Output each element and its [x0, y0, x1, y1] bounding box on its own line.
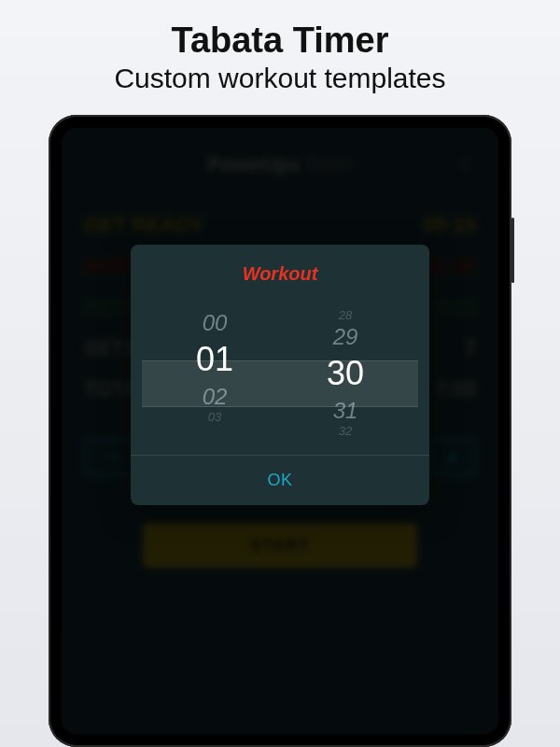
- second-wheel[interactable]: 28 29 30 31 32: [308, 309, 383, 438]
- wheel-far-below: 32: [339, 425, 352, 439]
- device-screen: PowerUps Timer GET READY00:15 WORKOUT01:…: [62, 128, 498, 734]
- promo-subtitle: Custom workout templates: [114, 63, 445, 94]
- minute-wheel[interactable]: 00 01 02 03: [177, 309, 252, 438]
- promo-title: Tabata Timer: [114, 21, 445, 61]
- wheel-selected: 30: [327, 351, 364, 397]
- wheel-below: 31: [333, 397, 358, 425]
- wheel-selected: 01: [196, 337, 233, 383]
- wheel-above: 00: [203, 309, 228, 337]
- wheel-below: 02: [203, 383, 228, 411]
- wheel-above: 29: [333, 323, 358, 351]
- wheel-far-above: 28: [339, 309, 352, 323]
- dialog-backdrop: Workout 00 01 02 03 28 29 30 31: [62, 128, 498, 734]
- time-picker-wheels: 00 01 02 03 28 29 30 31 32: [131, 302, 429, 447]
- tablet-frame: PowerUps Timer GET READY00:15 WORKOUT01:…: [49, 115, 511, 747]
- ok-button[interactable]: OK: [131, 456, 429, 505]
- wheel-far-below: 03: [208, 411, 221, 425]
- dialog-title: Workout: [131, 263, 429, 285]
- time-picker-dialog: Workout 00 01 02 03 28 29 30 31: [131, 245, 429, 505]
